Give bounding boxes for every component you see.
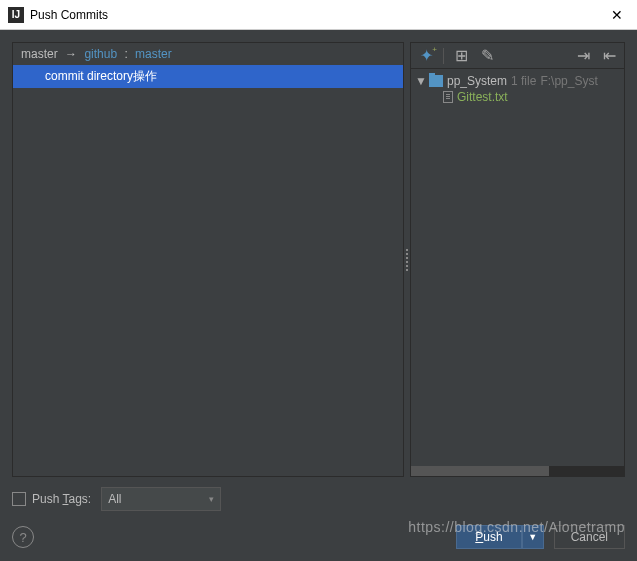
expand-all-icon[interactable]: ⇥ <box>574 47 592 65</box>
push-tags-select[interactable]: All ▾ <box>101 487 221 511</box>
window-title: Push Commits <box>30 8 597 22</box>
arrow-icon: → <box>65 47 77 61</box>
remote-branch: master <box>135 47 172 61</box>
push-dropdown-button[interactable]: ▼ <box>522 525 544 549</box>
push-button-group: Push ▼ <box>456 525 543 549</box>
group-by-icon[interactable]: ⊞ <box>452 47 470 65</box>
file-count: 1 file <box>511 74 536 88</box>
folder-path: F:\pp_Syst <box>540 74 597 88</box>
collapse-all-icon[interactable]: ⇤ <box>600 47 618 65</box>
app-icon: IJ <box>8 7 24 23</box>
remote-name: github <box>84 47 117 61</box>
file-icon <box>443 91 453 103</box>
branch-row[interactable]: master → github : master <box>13 43 403 65</box>
push-tags-checkbox[interactable] <box>12 492 26 506</box>
tree-file-row[interactable]: Gittest.txt <box>411 89 624 105</box>
separator <box>443 48 444 64</box>
push-button[interactable]: Push <box>456 525 521 549</box>
options-row: Push Tags: All ▾ <box>12 477 625 515</box>
folder-icon <box>429 75 443 87</box>
push-tags-label: Push Tags: <box>32 492 91 506</box>
chevron-down-icon: ▾ <box>209 494 214 504</box>
files-panel: ✦ ⊞ ✎ ⇥ ⇤ ▼ pp_System 1 file F:\pp_Syst <box>410 42 625 477</box>
help-button[interactable]: ? <box>12 526 34 548</box>
file-tree: ▼ pp_System 1 file F:\pp_Syst Gittest.tx… <box>411 69 624 466</box>
colon: : <box>124 47 127 61</box>
select-value: All <box>108 492 121 506</box>
panels: master → github : master commit director… <box>12 42 625 477</box>
title-bar: IJ Push Commits ✕ <box>0 0 637 30</box>
files-toolbar: ✦ ⊞ ✎ ⇥ ⇤ <box>411 43 624 69</box>
horizontal-scrollbar[interactable] <box>411 466 624 476</box>
chevron-down-icon[interactable]: ▼ <box>415 74 427 88</box>
dialog-body: master → github : master commit director… <box>0 30 637 561</box>
edit-icon[interactable]: ✎ <box>478 47 496 65</box>
diff-icon[interactable]: ✦ <box>417 47 435 65</box>
commits-panel: master → github : master commit director… <box>12 42 404 477</box>
cancel-button[interactable]: Cancel <box>554 525 625 549</box>
footer: ? Push ▼ Cancel <box>12 515 625 549</box>
close-button[interactable]: ✕ <box>597 0 637 30</box>
scrollbar-thumb[interactable] <box>411 466 549 476</box>
tree-folder-row[interactable]: ▼ pp_System 1 file F:\pp_Syst <box>411 73 624 89</box>
file-name: Gittest.txt <box>457 90 508 104</box>
folder-name: pp_System <box>447 74 507 88</box>
commit-row[interactable]: commit directory操作 <box>13 65 403 88</box>
local-branch: master <box>21 47 58 61</box>
